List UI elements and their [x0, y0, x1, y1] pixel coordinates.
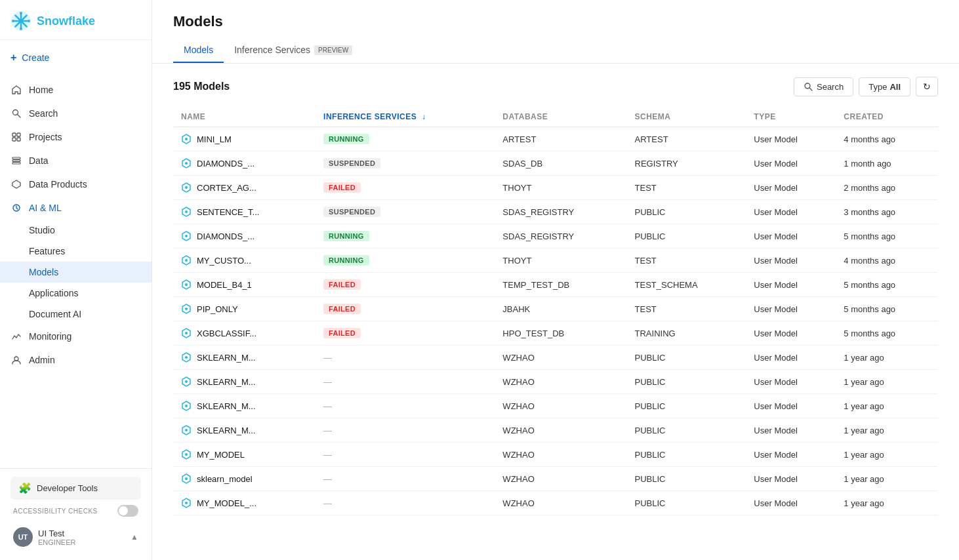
- table-row[interactable]: DIAMONDS_... SUSPENDEDSDAS_DBREGISTRYUse…: [173, 151, 938, 176]
- table-row[interactable]: SKLEARN_M... —WZHAOPUBLICUser Model1 yea…: [173, 418, 938, 443]
- cell-name: PIP_ONLY: [173, 297, 316, 321]
- col-schema: SCHEMA: [627, 107, 746, 127]
- plus-icon: +: [10, 52, 16, 64]
- cell-inference: —: [316, 467, 495, 491]
- inference-dash: —: [323, 377, 332, 387]
- sidebar-item-document-ai[interactable]: Document AI: [0, 304, 152, 325]
- user-profile-row[interactable]: UT UI Test ENGINEER ▲: [10, 522, 141, 552]
- sidebar-item-features[interactable]: Features: [0, 241, 152, 262]
- sidebar-item-search[interactable]: Search: [0, 102, 152, 125]
- admin-icon: [10, 354, 22, 366]
- cell-type: User Model: [746, 321, 836, 346]
- sidebar-item-projects[interactable]: Projects: [0, 125, 152, 149]
- cell-database: THOYT: [495, 176, 626, 200]
- sidebar-item-monitoring[interactable]: Monitoring: [0, 325, 152, 348]
- cell-type: User Model: [746, 370, 836, 394]
- type-filter-label: Type: [868, 82, 887, 92]
- table-actions: Search Type All ↻: [794, 77, 938, 96]
- cell-schema: PUBLIC: [627, 418, 746, 443]
- svg-point-22: [185, 235, 188, 237]
- sidebar-item-studio-label: Studio: [29, 225, 55, 235]
- table-row[interactable]: SKLEARN_M... —WZHAOPUBLICUser Model1 yea…: [173, 394, 938, 418]
- model-name: DIAMONDS_...: [197, 159, 255, 169]
- accessibility-row: ACCESSIBILITY CHECKS: [10, 500, 141, 522]
- sidebar-item-data[interactable]: Data: [0, 149, 152, 172]
- type-filter[interactable]: Type All: [859, 77, 910, 96]
- svg-line-6: [18, 115, 21, 118]
- model-name: XGBCLASSIF...: [197, 329, 256, 338]
- table-row[interactable]: SKLEARN_M... —WZHAOPUBLICUser Model1 yea…: [173, 346, 938, 370]
- table-row[interactable]: PIP_ONLY FAILEDJBAHKTESTUser Model5 mont…: [173, 297, 938, 321]
- table-row[interactable]: SKLEARN_M... —WZHAOPUBLICUser Model1 yea…: [173, 370, 938, 394]
- model-icon: [181, 255, 192, 266]
- cell-schema: TEST: [627, 249, 746, 273]
- table-row[interactable]: DIAMONDS_... RUNNINGSDAS_REGISTRYPUBLICU…: [173, 224, 938, 249]
- avatar: UT: [13, 527, 33, 547]
- tab-models[interactable]: Models: [173, 38, 224, 63]
- sidebar-item-home[interactable]: Home: [0, 78, 152, 102]
- model-icon: [181, 182, 192, 193]
- create-button[interactable]: + Create: [10, 48, 141, 68]
- table-row[interactable]: MY_MODEL_... —WZHAOPUBLICUser Model1 yea…: [173, 491, 938, 515]
- developer-tools-button[interactable]: 🧩 Developer Tools: [10, 477, 141, 500]
- table-row[interactable]: SENTENCE_T... SUSPENDEDSDAS_REGISTRYPUBL…: [173, 200, 938, 224]
- col-inference-services[interactable]: INFERENCE SERVICES ↓: [316, 107, 495, 127]
- cell-type: User Model: [746, 467, 836, 491]
- inference-dash: —: [323, 401, 332, 411]
- cell-database: WZHAO: [495, 491, 626, 515]
- sidebar-item-admin[interactable]: Admin: [0, 348, 152, 372]
- cell-type: User Model: [746, 346, 836, 370]
- cell-created: 1 year ago: [836, 467, 938, 491]
- svg-rect-13: [12, 163, 20, 165]
- model-name: MY_MODEL_...: [197, 498, 256, 508]
- data-products-icon: [10, 178, 22, 190]
- model-icon: [181, 401, 192, 411]
- cell-inference: FAILED: [316, 321, 495, 346]
- status-badge: RUNNING: [323, 255, 369, 266]
- svg-point-20: [185, 186, 188, 189]
- cell-schema: TEST: [627, 297, 746, 321]
- sidebar-item-applications-label: Applications: [29, 288, 79, 298]
- svg-point-3: [12, 20, 14, 22]
- svg-point-27: [185, 356, 188, 359]
- table-row[interactable]: sklearn_model —WZHAOPUBLICUser Model1 ye…: [173, 467, 938, 491]
- cell-schema: PUBLIC: [627, 394, 746, 418]
- accessibility-toggle[interactable]: [117, 505, 138, 517]
- sidebar-item-features-label: Features: [29, 246, 65, 256]
- table-row[interactable]: MODEL_B4_1 FAILEDTEMP_TEST_DBTEST_SCHEMA…: [173, 273, 938, 297]
- refresh-button[interactable]: ↻: [916, 77, 938, 96]
- ai-ml-icon: [10, 202, 22, 214]
- table-row[interactable]: MY_MODEL —WZHAOPUBLICUser Model1 year ag…: [173, 443, 938, 467]
- sidebar-item-applications[interactable]: Applications: [0, 283, 152, 304]
- sidebar-item-models[interactable]: Models: [0, 262, 152, 283]
- search-button[interactable]: Search: [794, 77, 853, 96]
- model-name: CORTEX_AG...: [197, 183, 256, 193]
- table-row[interactable]: CORTEX_AG... FAILEDTHOYTTESTUser Model2 …: [173, 176, 938, 200]
- inference-dash: —: [323, 353, 332, 363]
- tab-inference-services[interactable]: Inference Services PREVIEW: [224, 38, 363, 63]
- sidebar-item-data-products[interactable]: Data Products: [0, 172, 152, 196]
- model-icon: [181, 498, 192, 508]
- cell-name: CORTEX_AG...: [173, 176, 316, 200]
- table-row[interactable]: MINI_LM RUNNINGARTESTARTESTUser Model4 m…: [173, 127, 938, 151]
- model-name: SKLEARN_M...: [197, 377, 256, 387]
- cell-type: User Model: [746, 394, 836, 418]
- cell-inference: —: [316, 418, 495, 443]
- user-role: ENGINEER: [38, 538, 125, 546]
- inference-dash: —: [323, 450, 332, 460]
- sidebar-item-ai-ml[interactable]: AI & ML: [0, 196, 152, 220]
- cell-inference: —: [316, 346, 495, 370]
- home-icon: [10, 84, 22, 96]
- refresh-icon: ↻: [923, 81, 931, 92]
- sidebar-item-studio[interactable]: Studio: [0, 220, 152, 241]
- cell-schema: REGISTRY: [627, 151, 746, 176]
- cell-type: User Model: [746, 224, 836, 249]
- table-row[interactable]: XGBCLASSIF... FAILEDHPO_TEST_DBTRAININGU…: [173, 321, 938, 346]
- cell-name: MINI_LM: [173, 127, 316, 151]
- status-badge: SUSPENDED: [323, 158, 380, 169]
- snowflake-logo-icon: [10, 10, 31, 31]
- table-row[interactable]: MY_CUSTO... RUNNINGTHOYTTESTUser Model4 …: [173, 249, 938, 273]
- sidebar-item-home-label: Home: [29, 85, 53, 95]
- model-name: SKLEARN_M...: [197, 401, 256, 411]
- cell-name: SENTENCE_T...: [173, 200, 316, 224]
